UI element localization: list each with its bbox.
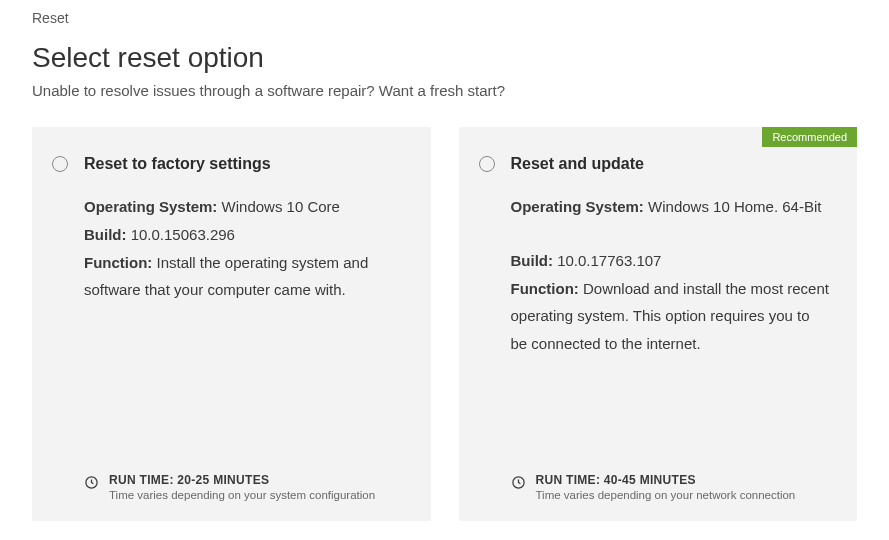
recommended-badge: Recommended (762, 127, 857, 147)
card-title: Reset to factory settings (84, 155, 271, 173)
page-title: Select reset option (32, 42, 857, 74)
varies-text: Time varies depending on your network co… (536, 489, 796, 501)
clock-icon (84, 475, 99, 490)
spec-os: Operating System: Windows 10 Home. 64-Bi… (511, 193, 830, 221)
spec-function: Function: Install the operating system a… (84, 249, 403, 305)
card-factory-reset[interactable]: Reset to factory settings Operating Syst… (32, 127, 431, 521)
runtime-text: RUN TIME: 40-45 MINUTES (536, 473, 796, 487)
page-subtitle: Unable to resolve issues through a softw… (32, 82, 857, 99)
radio-factory-reset[interactable] (52, 156, 68, 172)
spec-function: Function: Download and install the most … (511, 275, 830, 358)
spec-build: Build: 10.0.15063.296 (84, 221, 403, 249)
card-reset-update[interactable]: Recommended Reset and update Operating S… (459, 127, 858, 521)
cards-row: Reset to factory settings Operating Syst… (32, 127, 857, 521)
card-title: Reset and update (511, 155, 644, 173)
breadcrumb[interactable]: Reset (32, 10, 857, 26)
varies-text: Time varies depending on your system con… (109, 489, 375, 501)
spec-build: Build: 10.0.17763.107 (511, 247, 830, 275)
radio-reset-update[interactable] (479, 156, 495, 172)
clock-icon (511, 475, 526, 490)
runtime-text: RUN TIME: 20-25 MINUTES (109, 473, 375, 487)
spec-os: Operating System: Windows 10 Core (84, 193, 403, 221)
